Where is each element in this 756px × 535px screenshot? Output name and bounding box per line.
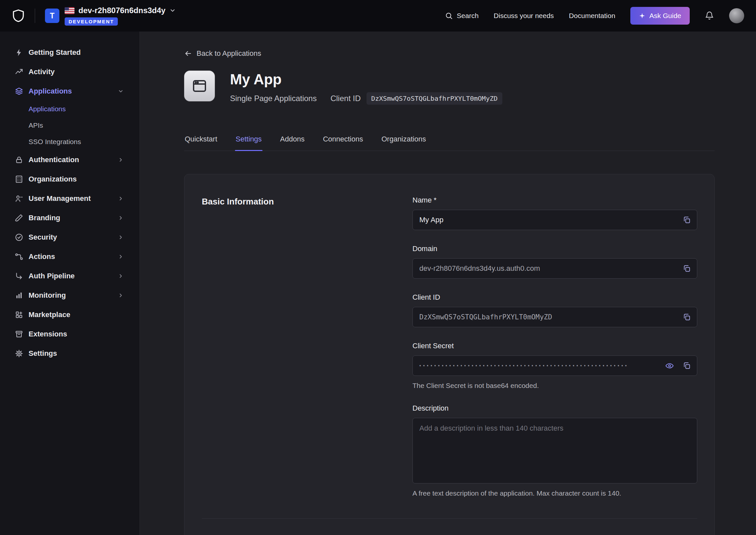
client-id-label: Client ID bbox=[413, 293, 697, 302]
sidebar-item-actions[interactable]: Actions bbox=[0, 247, 140, 266]
app-icon bbox=[184, 70, 215, 101]
shield-icon bbox=[14, 233, 24, 242]
topbar-divider bbox=[35, 9, 35, 23]
sidebar-item-marketplace[interactable]: Marketplace bbox=[0, 305, 140, 324]
activity-icon bbox=[14, 67, 24, 76]
sidebar-subitem-applications[interactable]: Applications bbox=[0, 101, 140, 117]
sidebar-item-security[interactable]: Security bbox=[0, 227, 140, 247]
client-secret-input[interactable]: ••••••••••••••••••••••••••••••••••••••••… bbox=[413, 355, 697, 376]
tab-quickstart[interactable]: Quickstart bbox=[184, 135, 218, 151]
description-placeholder: Add a description in less than 140 chara… bbox=[419, 424, 563, 432]
client-secret-label: Client Secret bbox=[413, 342, 697, 350]
app-type: Single Page Applications bbox=[230, 94, 317, 103]
section-divider bbox=[202, 518, 697, 519]
copy-icon[interactable] bbox=[683, 361, 691, 370]
search-icon bbox=[445, 12, 453, 20]
environment-badge: DEVELOPMENT bbox=[65, 17, 118, 26]
sidebar-item-getting-started[interactable]: Getting Started bbox=[0, 43, 140, 62]
sidebar-item-settings[interactable]: Settings bbox=[0, 344, 140, 363]
tab-organizations[interactable]: Organizations bbox=[381, 135, 426, 151]
domain-label: Domain bbox=[413, 244, 697, 253]
tenant-switcher[interactable]: T dev-r2h8076n6dns3d4y DEVELOPMENT bbox=[45, 6, 176, 26]
back-to-applications-link[interactable]: Back to Applications bbox=[184, 49, 261, 58]
chevron-right-icon bbox=[118, 254, 124, 260]
reveal-secret-eye-icon[interactable] bbox=[665, 361, 674, 370]
chevron-right-icon bbox=[118, 157, 124, 163]
gear-icon bbox=[14, 349, 24, 358]
domain-input[interactable]: dev-r2h8076n6dns3d4y.us.auth0.com bbox=[413, 258, 697, 279]
nav-documentation[interactable]: Documentation bbox=[569, 12, 615, 20]
chevron-right-icon bbox=[118, 196, 124, 202]
users-icon bbox=[14, 194, 24, 203]
client-id-label: Client ID bbox=[331, 94, 361, 103]
client-id-badge[interactable]: DzXSmwQS7oSTQGLbafhrPXYLT0mOMyZD bbox=[366, 92, 502, 105]
auth0-logo[interactable] bbox=[12, 9, 25, 22]
sidebar-item-extensions[interactable]: Extensions bbox=[0, 324, 140, 344]
search-label: Search bbox=[457, 12, 479, 20]
tab-connections[interactable]: Connections bbox=[322, 135, 364, 151]
monitoring-icon bbox=[14, 291, 24, 300]
lock-icon bbox=[14, 155, 24, 164]
tenant-name: dev-r2h8076n6dns3d4y bbox=[78, 6, 165, 15]
chevron-right-icon bbox=[118, 273, 124, 279]
copy-icon[interactable] bbox=[683, 313, 691, 321]
sidebar-item-user-management[interactable]: User Management bbox=[0, 189, 140, 208]
topbar: T dev-r2h8076n6dns3d4y DEVELOPMENT Searc… bbox=[0, 0, 756, 32]
sidebar-item-branding[interactable]: Branding bbox=[0, 208, 140, 227]
flow-icon bbox=[14, 252, 24, 261]
notifications-button[interactable] bbox=[705, 11, 714, 20]
sidebar: Getting StartedActivityApplicationsAppli… bbox=[0, 32, 140, 535]
us-flag-icon bbox=[65, 7, 74, 14]
brush-icon bbox=[14, 213, 24, 223]
arrow-left-icon bbox=[184, 49, 192, 57]
nav-discuss-your-needs[interactable]: Discuss your needs bbox=[494, 12, 554, 20]
pipeline-icon bbox=[14, 271, 24, 281]
copy-icon[interactable] bbox=[683, 216, 691, 224]
chevron-right-icon bbox=[118, 234, 124, 240]
ask-guide-button[interactable]: Ask Guide bbox=[630, 7, 690, 25]
user-avatar[interactable] bbox=[729, 8, 744, 23]
chevron-right-icon bbox=[118, 215, 124, 221]
description-help: A free text description of the applicati… bbox=[413, 490, 697, 497]
chevron-down-icon bbox=[118, 88, 124, 94]
main-content: Back to Applications My App Single Page … bbox=[140, 32, 756, 535]
extensions-icon bbox=[14, 329, 24, 339]
description-field-group: Description Add a description in less th… bbox=[413, 404, 697, 497]
sidebar-subitem-sso-integrations[interactable]: SSO Integrations bbox=[0, 134, 140, 150]
tenant-initial-badge: T bbox=[45, 9, 59, 23]
window-icon bbox=[192, 78, 207, 94]
chevron-right-icon bbox=[118, 293, 124, 298]
bell-icon bbox=[705, 11, 714, 20]
tab-addons[interactable]: Addons bbox=[280, 135, 306, 151]
sidebar-subitem-apis[interactable]: APIs bbox=[0, 117, 140, 134]
sidebar-item-authentication[interactable]: Authentication bbox=[0, 150, 140, 169]
client-id-field-group: Client ID DzXSmwQS7oSTQGLbafhrPXYLT0mOMy… bbox=[413, 293, 697, 327]
organizations-icon bbox=[14, 175, 24, 184]
copy-icon[interactable] bbox=[683, 264, 691, 273]
search-button[interactable]: Search bbox=[445, 12, 479, 20]
sidebar-item-auth-pipeline[interactable]: Auth Pipeline bbox=[0, 266, 140, 286]
applications-icon bbox=[14, 87, 24, 96]
client-id-input[interactable]: DzXSmwQS7oSTQGLbafhrPXYLT0mOMyZD bbox=[413, 307, 697, 327]
name-input[interactable]: My App bbox=[413, 210, 697, 230]
description-textarea[interactable]: Add a description in less than 140 chara… bbox=[413, 418, 697, 484]
masked-secret: ••••••••••••••••••••••••••••••••••••••••… bbox=[419, 363, 630, 368]
sidebar-item-activity[interactable]: Activity bbox=[0, 62, 140, 81]
sidebar-item-applications[interactable]: Applications bbox=[0, 81, 140, 101]
app-header: My App Single Page Applications Client I… bbox=[184, 70, 715, 105]
tab-settings[interactable]: Settings bbox=[235, 135, 262, 151]
sidebar-item-monitoring[interactable]: Monitoring bbox=[0, 286, 140, 305]
sparkle-icon bbox=[639, 13, 645, 19]
client-secret-field-group: Client Secret ••••••••••••••••••••••••••… bbox=[413, 342, 697, 390]
basic-information-card: Basic Information Name * My App Domai bbox=[184, 174, 715, 535]
domain-field-group: Domain dev-r2h8076n6dns3d4y.us.auth0.com bbox=[413, 244, 697, 279]
chevron-down-icon bbox=[169, 7, 176, 14]
name-field-group: Name * My App bbox=[413, 196, 697, 230]
marketplace-icon bbox=[14, 310, 24, 319]
section-title: Basic Information bbox=[202, 196, 413, 497]
bolt-icon bbox=[14, 48, 24, 57]
page-title: My App bbox=[230, 71, 502, 88]
name-label: Name * bbox=[413, 196, 697, 205]
client-secret-help: The Client Secret is not base64 encoded. bbox=[413, 382, 697, 390]
sidebar-item-organizations[interactable]: Organizations bbox=[0, 169, 140, 189]
